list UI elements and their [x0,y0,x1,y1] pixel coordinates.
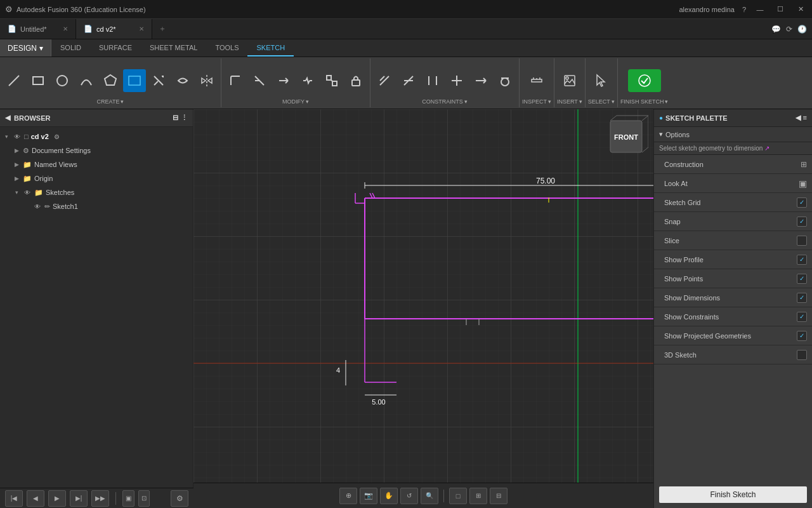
play-prev-button[interactable]: ◀ [27,490,44,507]
palette-item-look-at[interactable]: Look At ▣ [654,174,812,193]
notifications-icon[interactable]: 💬 [771,25,781,34]
tab-close-cdv2[interactable]: ✕ [139,25,144,32]
break-tool[interactable] [296,69,319,92]
checkbox-show-profile[interactable]: ✓ [797,255,807,265]
visibility-toggle-sketch1[interactable]: 👁 [34,203,41,210]
sketch-select-tool[interactable]: ▣ [122,490,134,507]
camera-tool[interactable]: 📷 [360,488,377,504]
palette-item-snap[interactable]: Snap ✓ [654,212,812,231]
tree-item-origin[interactable]: ▶ 📁 Origin [0,171,193,185]
offset-tool[interactable] [171,69,194,92]
horizontal-constraint[interactable] [469,69,492,92]
minimize-button[interactable]: — [754,3,766,16]
insert-label[interactable]: INSERT ▾ [557,98,582,106]
extend-tool[interactable] [272,69,295,92]
palette-item-show-points[interactable]: Show Points ✓ [654,269,812,288]
visibility-toggle-sketches[interactable]: 👁 [24,189,30,196]
coincident-constraint[interactable] [373,69,396,92]
tab-sketch[interactable]: SKETCH [247,39,294,57]
finish-sketch-tool-btn[interactable] [628,69,661,92]
palette-item-3d-sketch[interactable]: 3D Sketch ✓ [654,345,812,364]
browser-collapse-icon[interactable]: ⊟ [173,114,178,122]
insert-image-tool[interactable] [558,69,581,92]
rectangle-tool[interactable] [27,69,49,92]
checkbox-show-constraints[interactable]: ✓ [797,312,807,322]
tab-untitled[interactable]: 📄 Untitled* ✕ [0,19,76,39]
design-menu-button[interactable]: DESIGN ▾ [0,39,51,57]
browser-options-icon[interactable]: ⋮ [181,114,188,122]
fillet-tool[interactable] [224,69,247,92]
palette-item-show-constraints[interactable]: Show Constraints ✓ [654,307,812,326]
checkbox-show-points[interactable]: ✓ [797,274,807,284]
canvas-area[interactable]: 75.00 38.00 25 50 75 5.00 4 — [193,109,653,508]
clock-icon[interactable]: 🕐 [797,25,807,34]
create-label[interactable]: CREATE ▾ [97,98,124,106]
orbit-tool[interactable]: ↺ [400,488,418,504]
tree-item-named-views[interactable]: ▶ 📁 Named Views [0,157,193,171]
play-first-button[interactable]: |◀ [5,490,23,507]
play-last-button[interactable]: ▶▶ [91,490,109,507]
tree-settings-icon[interactable]: ⚙ [54,133,60,140]
checkbox-show-projected[interactable]: ✓ [797,331,807,341]
tree-item-cdv2[interactable]: ▾ 👁 □ cd v2 ⚙ [0,130,193,144]
palette-item-sketch-grid[interactable]: Sketch Grid ✓ [654,193,812,212]
tab-cdv2[interactable]: 📄 cd v2* ✕ [76,19,152,39]
settings-icon[interactable]: ⚙ [171,490,188,507]
checkbox-3d-sketch[interactable]: ✓ [797,350,807,360]
measure-tool[interactable] [525,69,548,92]
constraints-label[interactable]: CONSTRAINTS ▾ [422,98,468,106]
inspect-label[interactable]: INSPECT ▾ [522,98,551,106]
display-mode[interactable]: □ [449,488,467,504]
collinear-constraint[interactable] [397,69,420,92]
palette-expand-icon[interactable]: ◀ [796,114,801,122]
tab-tools[interactable]: TOOLS [206,39,247,57]
checkbox-snap[interactable]: ✓ [797,217,807,227]
zoom-tool[interactable]: 🔍 [421,488,438,504]
close-button[interactable]: ✕ [794,3,807,16]
trim-modify-tool[interactable] [248,69,271,92]
modify-label[interactable]: MODIFY ▾ [282,98,309,106]
add-tab-button[interactable]: ＋ [152,19,173,39]
help-icon[interactable]: ? [742,6,746,13]
finish-sketch-label[interactable]: FINISH SKETCH ▾ [620,98,669,106]
tab-close-untitled[interactable]: ✕ [63,25,68,32]
line-tool[interactable] [3,69,25,92]
parallel-constraint[interactable] [421,69,444,92]
navigate-tool[interactable]: ⊕ [339,488,357,504]
maximize-button[interactable]: ☐ [774,3,787,16]
palette-item-show-profile[interactable]: Show Profile ✓ [654,250,812,269]
play-button[interactable]: ▶ [48,490,66,507]
checkbox-show-dimensions[interactable]: ✓ [797,293,807,303]
arc-tool[interactable] [75,69,98,92]
palette-item-show-projected[interactable]: Show Projected Geometries ✓ [654,326,812,345]
tree-item-sketches[interactable]: ▾ 👁 📁 Sketches [0,185,193,199]
visibility-toggle-cdv2[interactable]: 👁 [14,133,20,140]
snap-toggle[interactable]: ⊟ [490,488,508,504]
sketch-point-tool[interactable]: ⊡ [138,490,150,507]
select-label[interactable]: SELECT ▾ [588,98,615,106]
tree-item-doc-settings[interactable]: ▶ ⚙ Document Settings [0,144,193,157]
activity-icon[interactable]: ⟳ [786,25,792,34]
tab-sheet-metal[interactable]: SHEET METAL [141,39,206,57]
tab-surface[interactable]: SURFACE [90,39,141,57]
perpendicular-constraint[interactable] [445,69,468,92]
select-tool[interactable] [590,69,613,92]
trim-tool[interactable] [147,69,170,92]
sketch-dimension-tool[interactable] [123,69,146,92]
palette-options-icon[interactable]: ≡ [803,114,807,122]
checkbox-slice[interactable]: ✓ [797,236,807,246]
checkbox-sketch-grid[interactable]: ✓ [797,197,807,208]
mirror-tool[interactable] [195,69,218,92]
view-cube[interactable]: FRONT [604,114,648,159]
grid-toggle[interactable]: ⊞ [469,488,487,504]
scale-tool[interactable] [320,69,343,92]
finish-sketch-button[interactable]: Finish Sketch [659,486,807,503]
lock-tool[interactable] [344,69,367,92]
palette-item-show-dimensions[interactable]: Show Dimensions ✓ [654,288,812,307]
palette-item-construction[interactable]: Construction ⊞ [654,155,812,174]
circle-tool[interactable] [51,69,74,92]
polygon-tool[interactable] [99,69,122,92]
palette-item-slice[interactable]: Slice ✓ [654,231,812,250]
pan-tool[interactable]: ✋ [380,488,398,504]
tree-item-sketch1[interactable]: ▶ 👁 ✏ Sketch1 [0,199,193,213]
